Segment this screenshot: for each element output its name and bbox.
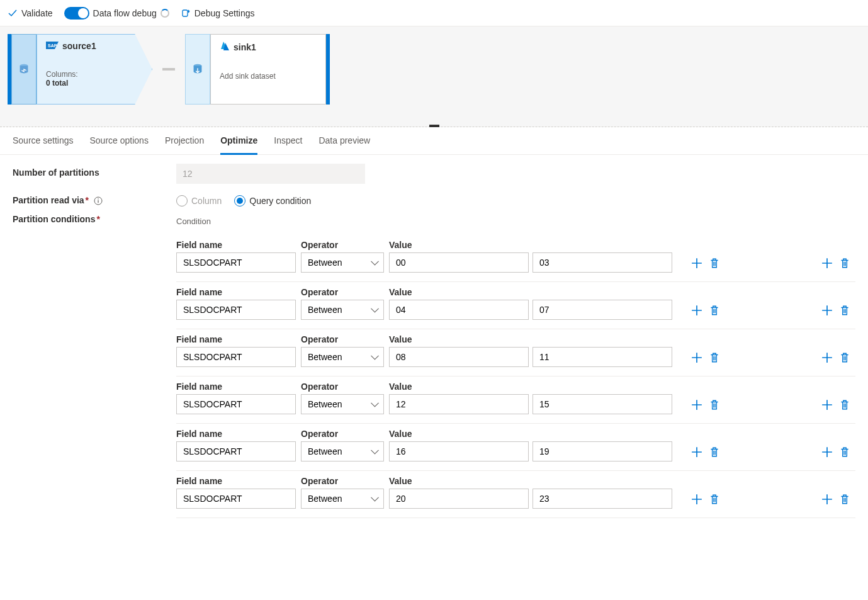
value-from-input[interactable]	[389, 347, 529, 367]
delete-condition-button[interactable]	[709, 352, 720, 363]
source-title: source1	[62, 41, 96, 51]
add-condition-button[interactable]	[691, 494, 702, 505]
tab-source-options[interactable]: Source options	[90, 127, 149, 155]
sink-db-icon	[185, 34, 210, 105]
operator-label: Operator	[301, 240, 384, 250]
add-group-button[interactable]	[821, 399, 833, 410]
debug-settings-button[interactable]: Debug Settings	[181, 8, 255, 18]
num-partitions-input[interactable]	[176, 164, 365, 184]
add-group-button[interactable]	[821, 446, 833, 458]
tab-data-preview[interactable]: Data preview	[318, 127, 370, 155]
condition-group: Field nameOperatorBetweenValue	[176, 282, 855, 329]
toggle-on-icon	[64, 7, 89, 20]
debug-settings-label: Debug Settings	[194, 8, 255, 18]
add-group-button[interactable]	[821, 305, 833, 316]
add-group-button[interactable]	[821, 352, 833, 363]
delete-group-button[interactable]	[839, 258, 850, 269]
delete-group-button[interactable]	[839, 494, 850, 505]
field-name-input[interactable]	[176, 441, 296, 461]
field-name-input[interactable]	[176, 394, 296, 414]
add-group-button[interactable]	[821, 494, 833, 505]
field-name-label: Field name	[176, 476, 296, 486]
operator-label: Operator	[301, 287, 384, 297]
add-transformation-button[interactable]: +	[147, 99, 159, 111]
operator-select[interactable]: Between	[301, 394, 384, 414]
value-label: Value	[389, 382, 672, 392]
canvas-resize-handle[interactable]	[429, 125, 439, 127]
add-condition-button[interactable]	[691, 446, 702, 458]
read-via-query-radio[interactable]: Query condition	[234, 195, 311, 207]
value-from-input[interactable]	[389, 441, 529, 461]
dataflow-canvas[interactable]: SAP source1 Columns: 0 total +	[0, 26, 868, 127]
delete-condition-button[interactable]	[709, 305, 720, 316]
operator-select[interactable]: Between	[301, 300, 384, 320]
operator-label: Operator	[301, 334, 384, 344]
field-name-input[interactable]	[176, 347, 296, 367]
svg-point-8	[98, 198, 99, 200]
checkmark-icon	[8, 8, 18, 18]
value-label: Value	[389, 429, 672, 439]
value-to-input[interactable]	[533, 441, 672, 461]
sink-subtitle: Add sink dataset	[220, 72, 317, 81]
operator-label: Operator	[301, 429, 384, 439]
source-node[interactable]: SAP source1 Columns: 0 total +	[37, 34, 152, 105]
delete-group-button[interactable]	[839, 399, 850, 410]
value-to-input[interactable]	[533, 394, 672, 414]
data-flow-debug-toggle[interactable]: Data flow debug	[64, 7, 169, 20]
value-from-input[interactable]	[389, 394, 529, 414]
delete-condition-button[interactable]	[709, 446, 720, 458]
source-node-group: SAP source1 Columns: 0 total +	[8, 34, 152, 105]
value-to-input[interactable]	[533, 489, 672, 509]
read-via-column-label: Column	[191, 196, 222, 206]
value-label: Value	[389, 334, 672, 344]
field-name-input[interactable]	[176, 489, 296, 509]
field-name-input[interactable]	[176, 300, 296, 320]
read-via-query-label: Query condition	[249, 196, 311, 206]
condition-group: Field nameOperatorBetweenValue	[176, 329, 855, 376]
validate-button[interactable]: Validate	[8, 8, 53, 18]
delete-group-button[interactable]	[839, 352, 850, 363]
operator-select[interactable]: Between	[301, 489, 384, 509]
field-name-label: Field name	[176, 287, 296, 297]
delete-condition-button[interactable]	[709, 494, 720, 505]
add-group-button[interactable]	[821, 258, 833, 269]
sink-node-group: sink1 Add sink dataset	[185, 34, 330, 105]
operator-select[interactable]: Between	[301, 441, 384, 461]
validate-label: Validate	[21, 8, 53, 18]
svg-text:SAP: SAP	[48, 43, 57, 48]
read-via-column-radio[interactable]: Column	[176, 195, 222, 207]
add-condition-button[interactable]	[691, 258, 702, 269]
value-to-input[interactable]	[533, 347, 672, 367]
delete-condition-button[interactable]	[709, 399, 720, 410]
sap-icon: SAP	[46, 41, 59, 51]
tab-projection[interactable]: Projection	[165, 127, 204, 155]
partition-conditions-label: Partition conditions*	[13, 214, 176, 224]
delete-group-button[interactable]	[839, 446, 850, 458]
condition-group: Field nameOperatorBetweenValue	[176, 424, 855, 471]
field-name-input[interactable]	[176, 252, 296, 273]
tab-source-settings[interactable]: Source settings	[13, 127, 74, 155]
sink-node[interactable]: sink1 Add sink dataset	[210, 34, 326, 105]
tab-optimize[interactable]: Optimize	[220, 127, 257, 155]
value-from-input[interactable]	[389, 252, 529, 273]
debug-settings-icon	[181, 8, 191, 18]
sink-title: sink1	[234, 42, 256, 52]
delete-condition-button[interactable]	[709, 258, 720, 269]
num-partitions-label: Number of partitions	[13, 164, 176, 178]
operator-select[interactable]: Between	[301, 252, 384, 273]
delete-group-button[interactable]	[839, 305, 850, 316]
value-to-input[interactable]	[533, 300, 672, 320]
value-label: Value	[389, 240, 672, 250]
svg-rect-9	[98, 200, 98, 203]
add-condition-button[interactable]	[691, 352, 702, 363]
operator-select[interactable]: Between	[301, 347, 384, 367]
add-condition-button[interactable]	[691, 399, 702, 410]
add-condition-button[interactable]	[691, 305, 702, 316]
value-from-input[interactable]	[389, 300, 529, 320]
tab-inspect[interactable]: Inspect	[274, 127, 302, 155]
operator-label: Operator	[301, 476, 384, 486]
radio-unselected-icon	[176, 195, 188, 207]
value-from-input[interactable]	[389, 489, 529, 509]
info-icon[interactable]	[94, 196, 103, 205]
value-to-input[interactable]	[533, 252, 672, 273]
